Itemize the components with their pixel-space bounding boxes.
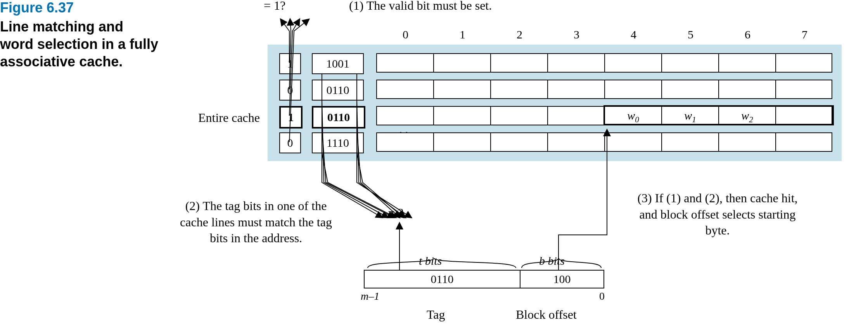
block-byte bbox=[491, 107, 548, 125]
block-byte bbox=[605, 133, 662, 151]
col-idx-7: 7 bbox=[776, 28, 833, 41]
block-byte bbox=[719, 54, 776, 72]
address-tag: 0110 bbox=[365, 271, 520, 288]
address-lsb-label: 0 bbox=[599, 290, 605, 302]
b-bits-label: b bits bbox=[539, 254, 565, 267]
block-byte bbox=[548, 107, 605, 125]
block-offset-label: Block offset bbox=[516, 307, 577, 322]
block-byte: w2 bbox=[719, 107, 776, 125]
valid-bit: 1 bbox=[279, 53, 301, 74]
block-byte bbox=[434, 80, 491, 98]
tag-bits: 0110 bbox=[312, 80, 364, 101]
figure-title: Line matching and word selection in a fu… bbox=[0, 18, 158, 70]
step3-annotation: (3) If (1) and (2), then cache hit, and … bbox=[636, 190, 799, 239]
block-byte bbox=[434, 133, 491, 151]
step2-annotation: (2) The tag bits in one of the cache lin… bbox=[175, 198, 337, 247]
col-idx-4: 4 bbox=[605, 28, 662, 41]
block-byte bbox=[719, 80, 776, 98]
block-byte bbox=[548, 80, 605, 98]
column-indices: 01234567 bbox=[377, 28, 833, 41]
block-byte: w1 bbox=[662, 107, 719, 125]
data-block bbox=[376, 80, 832, 99]
data-block bbox=[376, 53, 832, 73]
block-byte bbox=[491, 54, 548, 72]
block-byte bbox=[491, 133, 548, 151]
address-offset: 100 bbox=[520, 271, 603, 288]
block-byte bbox=[605, 54, 662, 72]
figure-title-line1: Line matching and bbox=[0, 18, 158, 35]
tag-label: Tag bbox=[427, 307, 445, 322]
cache-label: Entire cache bbox=[182, 111, 260, 125]
address-msb-label: m–1 bbox=[361, 290, 379, 302]
block-byte bbox=[434, 54, 491, 72]
col-idx-6: 6 bbox=[719, 28, 776, 41]
step1-annotation: (1) The valid bit must be set. bbox=[349, 0, 492, 13]
address-box: 0110 100 bbox=[364, 270, 604, 288]
figure-title-line2: word selection in a fully bbox=[0, 35, 158, 53]
col-idx-1: 1 bbox=[434, 28, 491, 41]
block-byte bbox=[605, 80, 662, 98]
figure-title-line3: associative cache. bbox=[0, 53, 158, 70]
valid-bit: 0 bbox=[279, 132, 301, 153]
block-byte bbox=[662, 133, 719, 151]
col-idx-0: 0 bbox=[377, 28, 434, 41]
block-byte bbox=[377, 133, 434, 151]
col-idx-2: 2 bbox=[491, 28, 548, 41]
col-idx-5: 5 bbox=[662, 28, 719, 41]
col-idx-3: 3 bbox=[548, 28, 605, 41]
block-byte bbox=[662, 54, 719, 72]
block-byte: w0 bbox=[605, 107, 662, 125]
block-byte bbox=[377, 107, 434, 125]
valid-bit: 1 bbox=[279, 106, 303, 129]
block-byte bbox=[377, 151, 434, 169]
block-byte bbox=[662, 80, 719, 98]
t-bits-label: t bits bbox=[419, 254, 442, 267]
tag-bits: 0110 bbox=[312, 106, 365, 129]
block-byte bbox=[434, 107, 491, 125]
valid-bit: 0 bbox=[279, 80, 301, 101]
block-byte bbox=[548, 133, 605, 151]
tag-compare-label: = ? bbox=[388, 206, 403, 220]
figure-number: Figure 6.37 bbox=[0, 0, 158, 16]
block-byte bbox=[377, 54, 434, 72]
block-byte bbox=[377, 80, 434, 98]
block-byte bbox=[548, 54, 605, 72]
data-block bbox=[376, 132, 832, 152]
block-byte bbox=[719, 133, 776, 151]
block-byte bbox=[491, 80, 548, 98]
valid-check-label: = 1? bbox=[264, 0, 285, 13]
tag-bits: 1001 bbox=[312, 53, 364, 74]
tag-bits: 1110 bbox=[312, 132, 364, 153]
data-block: w0w1w2w3 bbox=[376, 106, 832, 125]
cache-set: 1 1001 0 0110 1 0110 w0w1w2w3 0 1110 bbox=[268, 45, 842, 161]
